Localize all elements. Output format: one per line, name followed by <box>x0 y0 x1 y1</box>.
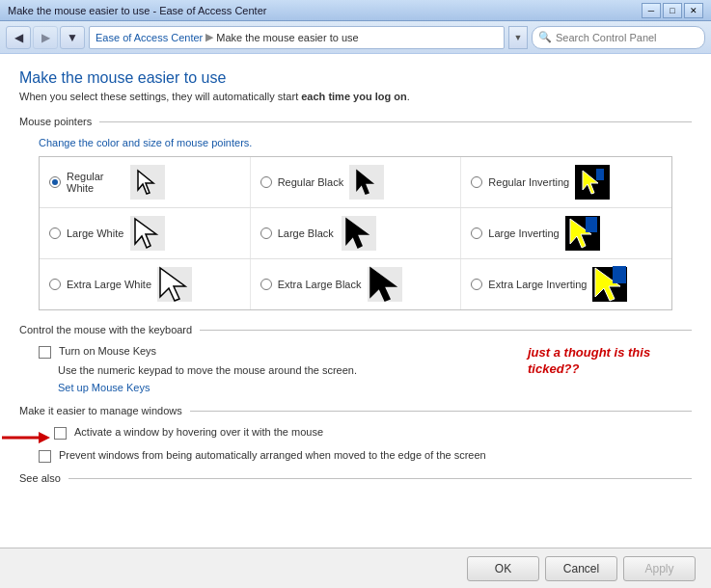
title-bar: Make the mouse easier to use - Ease of A… <box>0 0 711 21</box>
cursor-preview-large-inverting <box>565 216 600 251</box>
search-box: 🔍 <box>532 26 705 49</box>
label-extra-large-black: Extra Large Black <box>278 279 362 290</box>
prevent-arrange-label: Prevent windows from being automatically… <box>59 449 486 461</box>
search-icon: 🔍 <box>538 31 552 43</box>
mouse-keys-checkbox[interactable] <box>39 346 51 359</box>
section-divider-2 <box>200 330 692 331</box>
subtitle-bold: each time you log on <box>301 91 406 102</box>
cursor-preview-extra-large-black <box>368 267 402 302</box>
section-divider-4 <box>68 478 692 479</box>
pointers-grid: RegularWhite Regular Black Regul <box>39 156 672 310</box>
svg-marker-8 <box>160 268 185 301</box>
svg-marker-5 <box>346 219 368 248</box>
hover-activate-row: Activate a window by hovering over it wi… <box>54 426 323 440</box>
label-regular-black: Regular Black <box>278 176 343 188</box>
title-bar-buttons: ─ □ ✕ <box>642 3 703 18</box>
radio-large-white[interactable] <box>49 227 61 239</box>
radio-regular-white[interactable] <box>49 176 61 188</box>
pointer-cell-large-inverting[interactable]: Large Inverting <box>461 208 671 258</box>
label-extra-large-inverting: Extra Large Inverting <box>488 279 587 290</box>
forward-button[interactable]: ▶ <box>33 26 58 49</box>
hover-activate-label: Activate a window by hovering over it wi… <box>74 426 323 438</box>
forward-icon: ▶ <box>41 31 50 44</box>
svg-rect-7 <box>586 217 597 232</box>
radio-extra-large-white[interactable] <box>49 279 61 290</box>
breadcrumb: Ease of Access Center ▶ Make the mouse e… <box>89 26 505 49</box>
hover-activate-checkbox[interactable] <box>54 427 67 440</box>
pointer-cell-large-black[interactable]: Large Black <box>251 208 462 258</box>
mouse-keys-label: Turn on Mouse Keys <box>59 345 156 357</box>
pointer-cell-extra-large-white[interactable]: Extra Large White <box>40 259 251 309</box>
pointer-cell-large-white[interactable]: Large White <box>40 208 251 258</box>
footer: OK Cancel Apply <box>0 548 711 588</box>
label-regular-white: RegularWhite <box>67 171 124 194</box>
radio-regular-inverting[interactable] <box>471 176 482 188</box>
radio-large-black[interactable] <box>260 227 272 239</box>
pointer-cell-regular-inverting[interactable]: Regular Inverting <box>461 157 671 207</box>
title-bar-text: Make the mouse easier to use - Ease of A… <box>8 5 642 16</box>
breadcrumb-current-page: Make the mouse easier to use <box>216 32 358 43</box>
svg-marker-13 <box>39 432 50 443</box>
label-large-black: Large Black <box>278 227 336 239</box>
pointers-row-1: RegularWhite Regular Black Regul <box>40 157 671 208</box>
see-also-label: See also <box>19 472 61 484</box>
mouse-keys-wrapper: Turn on Mouse Keys Use the numeric keypa… <box>19 345 692 393</box>
cursor-preview-regular-black <box>349 165 384 200</box>
svg-marker-2 <box>583 171 598 194</box>
recent-button[interactable]: ▼ <box>60 26 85 49</box>
close-button[interactable]: ✕ <box>684 3 703 18</box>
radio-large-inverting[interactable] <box>471 227 482 239</box>
pointers-row-2: Large White Large Black Large In <box>40 208 671 259</box>
cancel-button[interactable]: Cancel <box>545 556 617 581</box>
svg-marker-0 <box>138 171 153 194</box>
recent-icon: ▼ <box>67 31 78 44</box>
pointers-row-3: Extra Large White Extra Large Black <box>40 259 671 309</box>
radio-extra-large-black[interactable] <box>260 279 272 290</box>
pointer-cell-extra-large-inverting[interactable]: Extra Large Inverting <box>461 259 671 309</box>
address-dropdown-button[interactable]: ▼ <box>508 26 528 49</box>
svg-marker-9 <box>370 268 396 301</box>
pointer-cell-regular-black[interactable]: Regular Black <box>251 157 462 207</box>
prevent-arrange-row: Prevent windows from being automatically… <box>39 449 692 463</box>
arrow-annotation <box>2 428 50 447</box>
maximize-button[interactable]: □ <box>663 3 682 18</box>
mouse-pointers-label: Mouse pointers <box>19 116 92 127</box>
nav-buttons: ◀ ▶ ▼ <box>6 26 85 49</box>
label-regular-inverting: Regular Inverting <box>488 176 569 188</box>
label-large-inverting: Large Inverting <box>488 227 559 239</box>
setup-mouse-keys-link[interactable]: Set up Mouse Keys <box>58 382 692 393</box>
ok-button[interactable]: OK <box>467 556 539 581</box>
svg-marker-1 <box>357 171 372 194</box>
see-also-section-header: See also <box>19 472 692 484</box>
back-button[interactable]: ◀ <box>6 26 31 49</box>
breadcrumb-separator: ▶ <box>205 31 213 43</box>
manage-windows-section-header: Make it easier to manage windows <box>19 405 692 416</box>
radio-extra-large-inverting[interactable] <box>471 279 482 290</box>
cursor-preview-regular-white <box>130 165 165 200</box>
search-input[interactable] <box>556 32 698 43</box>
section-divider-3 <box>190 411 692 412</box>
hover-activate-row-wrapper: Activate a window by hovering over it wi… <box>19 426 692 445</box>
apply-button[interactable]: Apply <box>623 556 696 581</box>
address-bar: ◀ ▶ ▼ Ease of Access Center ▶ Make the m… <box>0 21 711 54</box>
cursor-preview-large-black <box>342 216 376 251</box>
label-extra-large-white: Extra Large White <box>67 279 151 290</box>
cursor-preview-regular-inverting <box>575 165 610 200</box>
minimize-button[interactable]: ─ <box>642 3 661 18</box>
pointer-cell-extra-large-black[interactable]: Extra Large Black <box>251 259 462 309</box>
breadcrumb-ease-of-access[interactable]: Ease of Access Center <box>96 32 203 43</box>
cursor-preview-extra-large-inverting <box>592 267 627 302</box>
pointer-cell-regular-white[interactable]: RegularWhite <box>40 157 251 207</box>
radio-regular-black[interactable] <box>260 176 272 188</box>
back-icon: ◀ <box>14 31 23 44</box>
cursor-preview-large-white <box>130 216 165 251</box>
section-divider <box>99 121 692 122</box>
manage-windows-label: Make it easier to manage windows <box>19 405 182 416</box>
mouse-pointers-section-header: Mouse pointers <box>19 116 692 127</box>
prevent-arrange-checkbox[interactable] <box>39 450 51 463</box>
svg-rect-3 <box>596 169 604 180</box>
mouse-keyboard-label: Control the mouse with the keyboard <box>19 324 192 335</box>
annotation-text: just a thought is this ticked?? <box>528 345 663 378</box>
label-large-white: Large White <box>67 227 124 239</box>
svg-rect-11 <box>613 266 626 283</box>
